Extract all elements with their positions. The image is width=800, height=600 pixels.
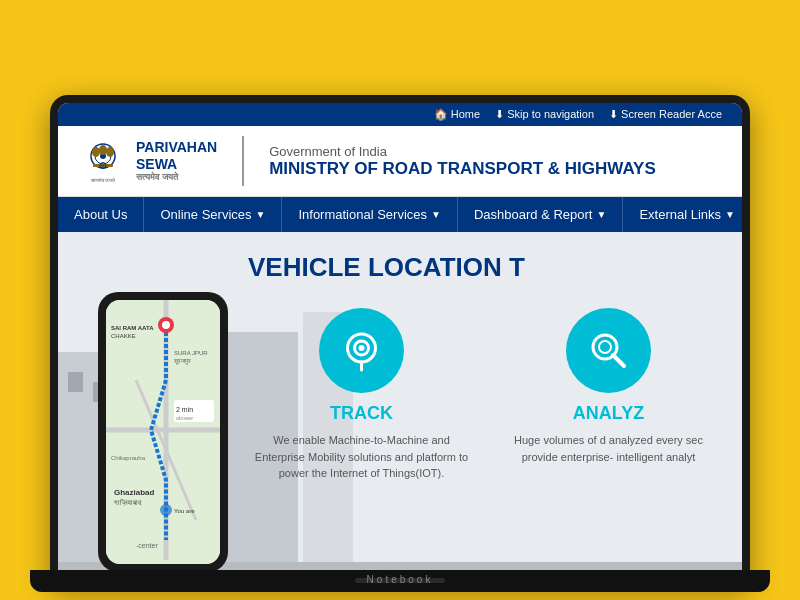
header-ministry: Government of India MINISTRY OF ROAD TRA… <box>269 144 656 179</box>
map-display: SAI RAM AATA CHAKKE SURA JPUR सूरजपुर 2 … <box>106 300 220 564</box>
hero-content: VEHICLE LOCATION T TRACK <box>228 232 742 572</box>
nav-dashboard-report[interactable]: Dashboard & Report ▼ <box>458 197 623 232</box>
svg-text:गाज़ियाबाद: गाज़ियाबाद <box>113 498 142 506</box>
header-divider <box>242 136 244 186</box>
laptop-screen: 🏠 Home ⬇ Skip to navigation ⬇ Screen Rea… <box>58 103 742 577</box>
feature-track: TRACK We enable Machine-to-Machine and E… <box>248 308 475 482</box>
header-brand: PARIVAHAN SEWA सत्यमेव जयते <box>136 139 217 183</box>
svg-point-15 <box>106 147 114 157</box>
svg-point-54 <box>359 345 365 351</box>
features-row: TRACK We enable Machine-to-Machine and E… <box>248 308 722 482</box>
svg-text:SURA JPUR: SURA JPUR <box>174 350 208 356</box>
dashboard-report-dropdown-arrow: ▼ <box>596 209 606 220</box>
svg-text:2 min: 2 min <box>176 406 193 413</box>
home-link[interactable]: 🏠 Home <box>434 108 480 121</box>
laptop-brand-label: Notebook <box>367 574 434 585</box>
laptop-outer: 🏠 Home ⬇ Skip to navigation ⬇ Screen Rea… <box>50 95 750 585</box>
track-description: We enable Machine-to-Machine and Enterpr… <box>248 432 475 482</box>
analyze-title: ANALYZ <box>573 403 644 424</box>
top-nav-bar: 🏠 Home ⬇ Skip to navigation ⬇ Screen Rea… <box>58 103 742 126</box>
nav-informational-services[interactable]: Informational Services ▼ <box>282 197 458 232</box>
feature-analyze: ANALYZ Huge volumes of d analyzed every … <box>495 308 722 465</box>
svg-line-58 <box>613 355 624 366</box>
svg-text:You are: You are <box>174 508 195 514</box>
nav-external-links[interactable]: External Links ▼ <box>623 197 742 232</box>
hero-section: SAI RAM AATA CHAKKE SURA JPUR सूरजपुर 2 … <box>58 232 742 572</box>
informational-services-dropdown-arrow: ▼ <box>431 209 441 220</box>
main-navigation: About Us Online Services ▼ Informational… <box>58 197 742 232</box>
external-links-dropdown-arrow: ▼ <box>725 209 735 220</box>
ministry-gov-label: Government of India <box>269 144 656 159</box>
svg-text:SAI RAM AATA: SAI RAM AATA <box>111 325 154 331</box>
svg-text:-center: -center <box>136 542 158 549</box>
nav-online-services[interactable]: Online Services ▼ <box>144 197 282 232</box>
search-analyze-icon <box>586 328 631 373</box>
svg-text:Ghaziabad: Ghaziabad <box>114 488 155 497</box>
location-pin-icon <box>339 328 384 373</box>
phone-body: SAI RAM AATA CHAKKE SURA JPUR सूरजपुर 2 … <box>98 292 228 572</box>
analyze-description: Huge volumes of d analyzed every sec pro… <box>495 432 722 465</box>
svg-text:सूरजपुर: सूरजपुर <box>173 358 191 365</box>
svg-point-38 <box>162 321 170 329</box>
skip-nav-link[interactable]: ⬇ Skip to navigation <box>495 108 594 121</box>
header-emblem-icon: सत्यमेव जयते <box>78 136 128 186</box>
svg-text:slower: slower <box>176 415 193 421</box>
analyze-icon-circle <box>566 308 651 393</box>
svg-text:CHAKKE: CHAKKE <box>111 333 136 339</box>
nav-about-us[interactable]: About Us <box>58 197 144 232</box>
header-subtitle: सत्यमेव जयते <box>136 172 217 183</box>
svg-text:सत्यमेव जयते: सत्यमेव जयते <box>90 177 115 183</box>
svg-point-48 <box>160 504 172 516</box>
phone-mockup: SAI RAM AATA CHAKKE SURA JPUR सूरजपुर 2 … <box>78 252 248 572</box>
ministry-name: MINISTRY OF ROAD TRANSPORT & HIGHWAYS <box>269 159 656 179</box>
phone-screen: SAI RAM AATA CHAKKE SURA JPUR सूरजपुर 2 … <box>106 300 220 564</box>
site-header: सत्यमेव जयते PARIVAHAN SEWA सत्यमेव जयते… <box>58 126 742 197</box>
laptop-bottom-bar: Notebook <box>30 570 770 592</box>
svg-point-14 <box>92 147 100 157</box>
online-services-dropdown-arrow: ▼ <box>256 209 266 220</box>
svg-point-16 <box>99 145 107 155</box>
header-logo: सत्यमेव जयते PARIVAHAN SEWA सत्यमेव जयते <box>78 136 217 186</box>
track-title: TRACK <box>330 403 393 424</box>
hero-title: VEHICLE LOCATION T <box>248 252 722 283</box>
track-icon-circle <box>319 308 404 393</box>
svg-point-57 <box>599 341 611 353</box>
svg-text:Chikaprauha: Chikaprauha <box>111 455 146 461</box>
screen-reader-link[interactable]: ⬇ Screen Reader Acce <box>609 108 722 121</box>
